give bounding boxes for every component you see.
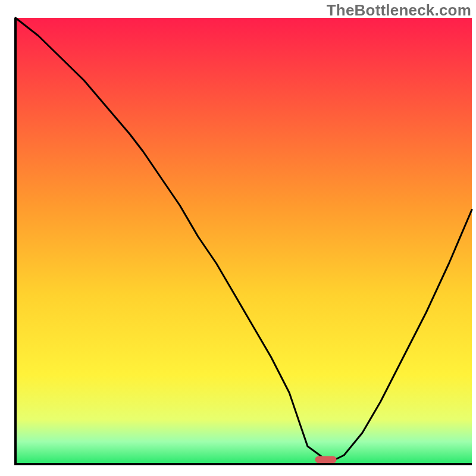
bottleneck-chart	[0, 0, 476, 476]
watermark-text: TheBottleneck.com	[327, 1, 471, 20]
optimum-marker	[315, 456, 337, 464]
chart-stage: TheBottleneck.com	[0, 0, 476, 476]
gradient-background	[15, 18, 472, 464]
